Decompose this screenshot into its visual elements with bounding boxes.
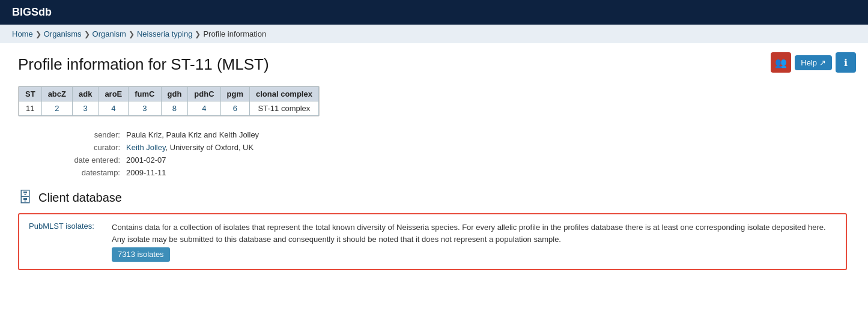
breadcrumb-neisseria[interactable]: Neisseria typing (137, 29, 193, 38)
col-adk: adk (72, 87, 98, 101)
table-row: 11 2 3 4 3 8 4 6 ST-11 complex (19, 101, 319, 116)
datestamp-row: datestamp: 2009-11-11 (42, 168, 850, 177)
allele-link-pdhc[interactable]: 4 (202, 104, 206, 113)
col-clonal-complex: clonal complex (250, 87, 319, 101)
col-pdhc: pdhC (188, 87, 220, 101)
breadcrumb-home[interactable]: Home (12, 29, 33, 38)
table-header-row: ST abcZ adk aroE fumC gdh pdhC pgm clona… (19, 87, 319, 101)
col-st: ST (19, 87, 42, 101)
top-icons-container: 👥 Help ↗ ℹ (771, 52, 856, 73)
client-db-box: PubMLST isolates: Contains data for a co… (18, 213, 847, 270)
datestamp-value: 2009-11-11 (126, 168, 166, 177)
info-button[interactable]: ℹ (836, 52, 856, 73)
curator-row: curator: Keith Jolley, University of Oxf… (42, 143, 850, 152)
breadcrumb-organisms[interactable]: Organisms (44, 29, 82, 38)
isolates-button[interactable]: 7313 isolates (112, 247, 170, 262)
col-gdh: gdh (161, 87, 188, 101)
col-fumc: fumC (129, 87, 161, 101)
cell-gdh: 8 (161, 101, 188, 116)
cell-abcz: 2 (41, 101, 72, 116)
breadcrumb-sep-1: ❯ (35, 30, 41, 38)
profile-table: ST abcZ adk aroE fumC gdh pdhC pgm clona… (19, 86, 319, 116)
curator-label: curator: (42, 143, 120, 152)
page-title: Profile information for ST-11 (MLST) (18, 55, 850, 74)
allele-link-adk[interactable]: 3 (83, 104, 88, 113)
allele-link-abcz[interactable]: 2 (55, 104, 59, 113)
curator-link[interactable]: Keith Jolley (126, 143, 166, 152)
breadcrumb-sep-3: ❯ (129, 30, 135, 38)
allele-link-aroe[interactable]: 4 (111, 104, 115, 113)
sender-row: sender: Paula Kriz, Paula Kriz and Keith… (42, 130, 850, 139)
database-icon: 🗄 (18, 189, 32, 206)
pubmlst-row: PubMLST isolates: Contains data for a co… (29, 222, 836, 262)
sender-label: sender: (42, 130, 120, 139)
date-entered-row: date entered: 2001-02-07 (42, 155, 850, 165)
pubmlst-content: Contains data for a collection of isolat… (112, 222, 836, 262)
allele-link-pgm[interactable]: 6 (233, 104, 237, 113)
pubmlst-label: PubMLST isolates: (29, 222, 107, 231)
breadcrumb-current: Profile information (203, 29, 266, 38)
client-db-title: Client database (38, 191, 122, 205)
date-entered-value: 2001-02-07 (126, 155, 166, 165)
help-button[interactable]: Help ↗ (795, 55, 832, 70)
app-title: BIGSdb (12, 6, 52, 18)
cell-adk: 3 (72, 101, 98, 116)
info-icon: ℹ (844, 57, 848, 68)
cell-fumc: 3 (129, 101, 161, 116)
client-db-section: 🗄 Client database PubMLST isolates: Cont… (18, 189, 850, 270)
main-content: 👥 Help ↗ ℹ Profile information for ST-11… (0, 43, 868, 282)
cell-pgm: 6 (220, 101, 249, 116)
curator-rest: , University of Oxford, UK (166, 143, 254, 152)
datestamp-label: datestamp: (42, 168, 120, 177)
allele-link-gdh[interactable]: 8 (172, 104, 177, 113)
client-db-header: 🗄 Client database (18, 189, 850, 206)
breadcrumb-bar: Home ❯ Organisms ❯ Organism ❯ Neisseria … (0, 25, 868, 43)
users-icon-button[interactable]: 👥 (771, 52, 791, 73)
breadcrumb-sep-2: ❯ (84, 30, 90, 38)
cell-pdhc: 4 (188, 101, 220, 116)
date-entered-label: date entered: (42, 155, 120, 165)
external-link-icon: ↗ (819, 58, 826, 67)
pubmlst-description: Contains data for a collection of isolat… (112, 223, 826, 244)
breadcrumb-sep-4: ❯ (195, 30, 201, 38)
allele-link-fumc[interactable]: 3 (142, 104, 147, 113)
details-section: sender: Paula Kriz, Paula Kriz and Keith… (18, 130, 850, 177)
app-header: BIGSdb (0, 0, 868, 25)
col-pgm: pgm (220, 87, 249, 101)
col-abcz: abcZ (41, 87, 72, 101)
cell-aroe: 4 (99, 101, 129, 116)
sender-value: Paula Kriz, Paula Kriz and Keith Jolley (126, 130, 259, 139)
profile-table-container: ST abcZ adk aroE fumC gdh pdhC pgm clona… (18, 86, 320, 116)
help-label: Help (801, 58, 817, 67)
cell-st: 11 (19, 101, 42, 116)
col-aroe: aroE (99, 87, 129, 101)
breadcrumb-organism[interactable]: Organism (93, 29, 126, 38)
users-icon: 👥 (775, 57, 787, 68)
cell-clonal-complex: ST-11 complex (250, 101, 319, 116)
curator-value: Keith Jolley, University of Oxford, UK (126, 143, 253, 152)
